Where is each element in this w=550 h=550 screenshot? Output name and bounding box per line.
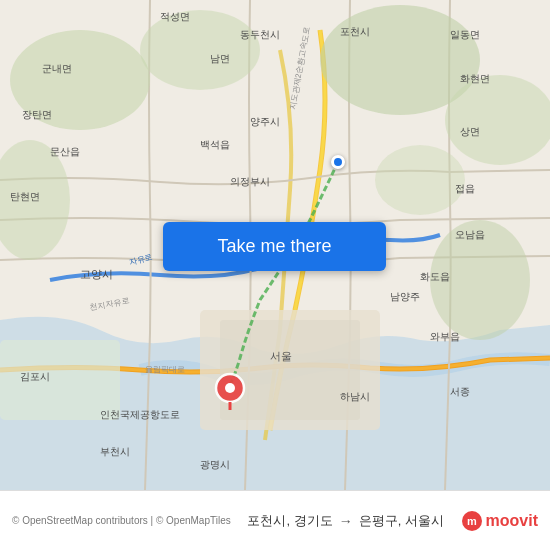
svg-text:광명시: 광명시 — [200, 459, 230, 470]
origin-marker — [331, 155, 345, 169]
svg-text:m: m — [467, 515, 477, 527]
route-arrow: → — [339, 513, 353, 529]
svg-text:부천시: 부천시 — [100, 446, 130, 457]
svg-point-4 — [445, 75, 550, 165]
svg-text:접읍: 접읍 — [455, 183, 475, 194]
take-me-there-button[interactable]: Take me there — [163, 222, 386, 271]
svg-text:올림픽대로: 올림픽대로 — [145, 365, 185, 374]
moovit-logo: m moovit — [461, 510, 538, 532]
svg-text:남면: 남면 — [210, 53, 230, 64]
svg-text:와부읍: 와부읍 — [430, 331, 460, 342]
svg-text:의정부시: 의정부시 — [230, 176, 270, 187]
svg-text:장탄면: 장탄면 — [22, 109, 52, 120]
svg-text:고양시: 고양시 — [80, 268, 113, 280]
svg-text:포천시: 포천시 — [340, 26, 370, 37]
svg-text:오남읍: 오남읍 — [455, 229, 485, 240]
svg-text:서울: 서울 — [270, 350, 292, 362]
svg-text:김포시: 김포시 — [20, 371, 50, 382]
footer-route: 포천시, 경기도 → 은평구, 서울시 — [247, 512, 443, 530]
moovit-logo-icon: m — [461, 510, 483, 532]
footer-left: © OpenStreetMap contributors | © OpenMap… — [12, 515, 231, 526]
svg-text:탄현면: 탄현면 — [10, 191, 40, 202]
svg-text:인천국제공항도로: 인천국제공항도로 — [100, 409, 180, 420]
svg-point-44 — [225, 383, 235, 393]
svg-text:하남시: 하남시 — [340, 391, 370, 402]
svg-text:문산읍: 문산읍 — [50, 146, 80, 157]
map-container: 군내면 장탄면 문산읍 탄현면 적성면 남면 동두천시 포천시 일동면 화현면 … — [0, 0, 550, 490]
moovit-text: moovit — [486, 512, 538, 530]
svg-text:화현면: 화현면 — [460, 73, 490, 84]
footer: © OpenStreetMap contributors | © OpenMap… — [0, 490, 550, 550]
svg-text:남양주: 남양주 — [390, 291, 420, 302]
svg-rect-9 — [220, 320, 360, 420]
svg-text:일동면: 일동면 — [450, 29, 480, 40]
route-to: 은평구, 서울시 — [359, 512, 444, 530]
svg-text:동두천시: 동두천시 — [240, 29, 280, 40]
svg-text:적성면: 적성면 — [160, 11, 190, 22]
svg-text:백석읍: 백석읍 — [200, 139, 230, 150]
svg-point-2 — [140, 10, 260, 90]
svg-text:양주시: 양주시 — [250, 116, 280, 127]
copyright-text: © OpenStreetMap contributors | © OpenMap… — [12, 515, 231, 526]
svg-text:상면: 상면 — [460, 126, 480, 137]
svg-text:군내면: 군내면 — [42, 63, 72, 74]
route-from: 포천시, 경기도 — [247, 512, 332, 530]
svg-point-7 — [375, 145, 465, 215]
svg-text:서종: 서종 — [450, 386, 470, 397]
svg-rect-10 — [0, 340, 120, 420]
svg-text:화도읍: 화도읍 — [420, 271, 450, 282]
